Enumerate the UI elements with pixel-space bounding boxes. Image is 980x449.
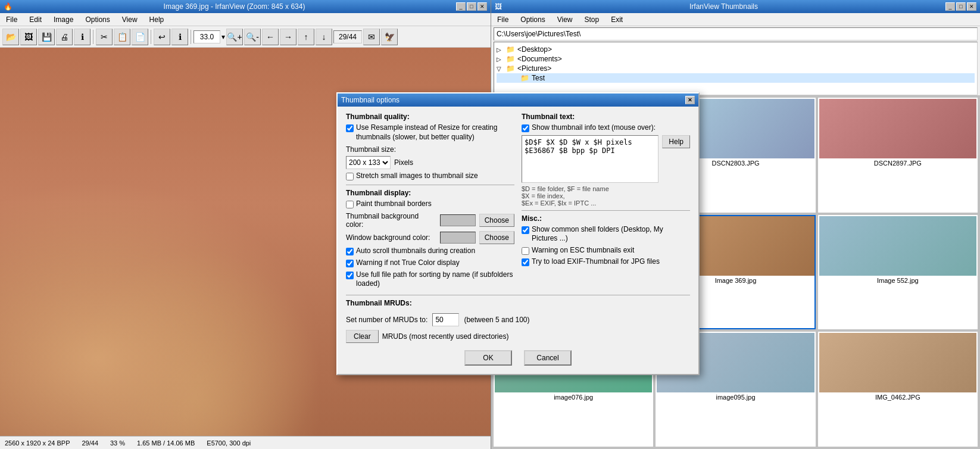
between-label: (between 5 and 100) — [464, 316, 529, 324]
help-button[interactable]: Help — [662, 135, 690, 148]
fullpath-row: Use full file path for sorting by name (… — [346, 270, 514, 289]
irfanview-app-icon: 🔥 — [4, 2, 13, 11]
info-button[interactable]: ℹ — [74, 29, 90, 45]
dialog-close-button[interactable]: ✕ — [685, 96, 695, 104]
menu-image[interactable]: Image — [50, 14, 77, 25]
mrud-input[interactable] — [432, 313, 459, 326]
copy-button[interactable]: 📋 — [114, 29, 130, 45]
maximize-button[interactable]: □ — [467, 2, 476, 11]
zoom-input[interactable]: 33.0 — [193, 30, 220, 43]
stretch-checkbox[interactable] — [346, 173, 354, 180]
size-select[interactable]: 200 x 133 100 x 75 150 x 100 — [346, 156, 391, 169]
tree-item-pictures[interactable]: ▽ 📁 <Pictures> — [497, 64, 975, 73]
choose-window-button[interactable]: Choose — [479, 231, 514, 244]
stretch-label: Stretch small images to thumbnail size — [356, 172, 478, 181]
dialog-left: Thumbnail quality: Use Resample instead … — [346, 113, 514, 291]
clear-row: Clear MRUDs (most recently used director… — [346, 330, 690, 343]
zoom-dropdown-icon[interactable]: ▾ — [221, 33, 225, 41]
tree-item-documents[interactable]: ▷ 📁 <Documents> — [497, 54, 975, 64]
exif-thumb-checkbox[interactable] — [522, 258, 529, 266]
mruds-section: Thumbnail MRUDs: Set number of MRUDs to:… — [346, 299, 690, 343]
email-button[interactable]: ✉ — [363, 29, 380, 45]
thumb-label-2: DSCN2897.JPG — [873, 158, 923, 168]
close2-button[interactable]: 🦅 — [381, 29, 398, 45]
common-folders-checkbox[interactable] — [522, 226, 529, 234]
thumbs-button[interactable]: 🖼 — [20, 29, 37, 45]
next-button[interactable]: → — [280, 29, 297, 45]
zoom-in-button[interactable]: 🔍+ — [226, 29, 243, 45]
thumb-label-5: Image 552.jpg — [876, 276, 920, 285]
minimize-button[interactable]: _ — [456, 2, 466, 11]
legend-line2: $X = file index, — [522, 192, 690, 199]
save-button[interactable]: 💾 — [38, 29, 55, 45]
tree-item-desktop[interactable]: ▷ 📁 <Desktop> — [497, 45, 975, 54]
legend-line3: $Ex = EXIF, $Ix = IPTC ... — [522, 199, 690, 207]
toolbar-sep3 — [191, 30, 191, 44]
zoom-out-button[interactable]: 🔍- — [244, 29, 261, 45]
resample-checkbox[interactable] — [346, 124, 354, 132]
cut-button[interactable]: ✂ — [96, 29, 113, 45]
menu-edit[interactable]: Edit — [26, 14, 45, 25]
thumb-item-2[interactable]: DSCN2897.JPG — [818, 98, 978, 213]
help2-button[interactable]: ℹ — [171, 29, 188, 45]
thumb-menu-view[interactable]: View — [554, 14, 576, 25]
window-color-label: Window background color: — [346, 233, 436, 242]
tree-item-test[interactable]: 📁 Test — [497, 73, 975, 83]
close-button[interactable]: ✕ — [477, 2, 487, 11]
truecolor-label: Warning if not True Color display — [356, 258, 460, 268]
thumb-text-section-label: Thumbnail text: — [522, 113, 690, 121]
toolbar-sep1 — [93, 30, 93, 44]
clear-button[interactable]: Clear — [346, 330, 379, 343]
divider1 — [346, 185, 514, 185]
thumb-close-button[interactable]: ✕ — [967, 2, 976, 11]
ok-button[interactable]: OK — [464, 350, 512, 366]
autoscroll-checkbox[interactable] — [346, 248, 354, 255]
down-button[interactable]: ↓ — [316, 29, 332, 45]
status-bar: 2560 x 1920 x 24 BPP 29/44 33 % 1.65 MB … — [0, 436, 491, 449]
tree-label-pictures: <Pictures> — [517, 64, 551, 73]
up-button[interactable]: ↑ — [298, 29, 314, 45]
thumb-maximize-button[interactable]: □ — [956, 2, 966, 11]
status-dimensions: 2560 x 1920 x 24 BPP — [5, 439, 70, 447]
thumb-item-8[interactable]: IMG_0462.JPG — [818, 332, 978, 447]
dialog-title: Thumbnail options — [341, 96, 400, 104]
choose-bg-button[interactable]: Choose — [479, 214, 514, 227]
open-button[interactable]: 📂 — [2, 29, 19, 45]
menu-help[interactable]: Help — [146, 14, 168, 25]
menu-options[interactable]: Options — [82, 14, 113, 25]
borders-row: Paint thumbnail borders — [346, 199, 514, 209]
thumb-menu-file[interactable]: File — [494, 14, 512, 25]
undo-button[interactable]: ↩ — [154, 29, 170, 45]
thumb-minimize-button[interactable]: _ — [945, 2, 955, 11]
thumb-label-6: image076.jpg — [553, 392, 594, 402]
print-button[interactable]: 🖨 — [56, 29, 73, 45]
toolbar-sep2 — [151, 30, 151, 44]
thumb-menu-options[interactable]: Options — [517, 14, 548, 25]
expand-desktop: ▷ — [497, 46, 504, 53]
window-color-row: Window background color: Choose — [346, 231, 514, 244]
menu-view[interactable]: View — [118, 14, 141, 25]
prev-button[interactable]: ← — [262, 29, 279, 45]
resample-label: Use Resample instead of Resize for creat… — [356, 123, 514, 142]
pixels-label: Pixels — [394, 158, 413, 167]
esc-checkbox[interactable] — [522, 247, 529, 255]
cancel-button[interactable]: Cancel — [524, 350, 572, 366]
status-filesize: 1.65 MB / 14.06 MB — [137, 439, 195, 447]
size-label: Thumbnail size: — [346, 145, 396, 154]
truecolor-checkbox[interactable] — [346, 260, 354, 267]
irfanview-toolbar: 📂 🖼 💾 🖨 ℹ ✂ 📋 📄 ↩ ℹ 33.0 ▾ 🔍+ 🔍- ← → ↑ ↓… — [0, 26, 491, 48]
thumb-text-content[interactable]: $D$F $X $D $W x $H pixels $E36867 $B bpp… — [522, 135, 658, 183]
status-zoom: 33 % — [110, 439, 125, 447]
show-info-checkbox[interactable] — [522, 124, 529, 132]
dialog-content: Thumbnail quality: Use Resample instead … — [338, 107, 698, 374]
thumb-menu-exit[interactable]: Exit — [607, 14, 626, 25]
menu-file[interactable]: File — [2, 14, 21, 25]
file-tree[interactable]: ▷ 📁 <Desktop> ▷ 📁 <Documents> ▽ 📁 <Pictu… — [494, 42, 978, 95]
borders-checkbox[interactable] — [346, 201, 354, 208]
tree-label-test: Test — [532, 74, 545, 82]
thumb-item-5[interactable]: Image 552.jpg — [818, 215, 978, 330]
thumb-menu-stop[interactable]: Stop — [581, 14, 603, 25]
folder-icon-pictures: 📁 — [506, 64, 515, 73]
paste-button[interactable]: 📄 — [132, 29, 148, 45]
fullpath-checkbox[interactable] — [346, 272, 354, 279]
